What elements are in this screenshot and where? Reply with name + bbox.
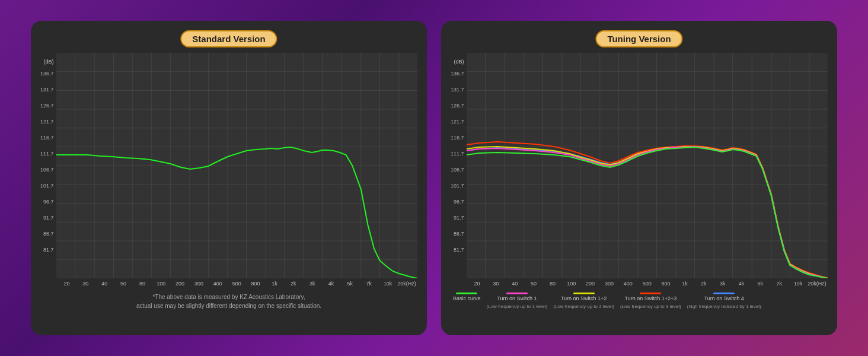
tuning-title-badge: Tuning Version [595,30,682,47]
tuning-y-label: 111.7 [451,146,464,162]
standard-version-card: Standard Version (dB) 136.7131.7126.7121… [31,21,427,335]
legend-switch4-line [713,293,735,294]
legend-switch1-line [506,293,528,294]
tuning-y-label: 116.7 [451,130,464,146]
standard-y-unit: (dB) [44,59,54,65]
standard-y-axis: (dB) 136.7131.7126.7121.7116.7111.7106.7… [40,53,54,287]
tuning-chart-container: 20 30 40 50 80 100 200 300 400 500 800 1… [467,53,828,287]
tuning-y-label: 86.7 [454,226,464,242]
legend-basic-curve: Basic curve [453,293,481,303]
legend-basic-curve-line [456,293,477,294]
standard-y-label: 121.7 [40,114,54,130]
standard-title-badge: Standard Version [180,30,277,47]
tuning-y-label: 126.7 [451,98,464,114]
legend-switch123-line [640,293,661,294]
tuning-chart-svg [467,53,828,278]
standard-y-label: 86.7 [43,226,54,242]
standard-y-label: 91.7 [43,210,54,226]
tuning-y-unit: (dB) [454,59,464,65]
tuning-x-axis: 20 30 40 50 80 100 200 300 400 500 800 1… [467,278,828,287]
standard-chart-svg [56,53,417,278]
standard-y-label: 96.7 [43,194,54,210]
tuning-y-label: 131.7 [451,82,464,98]
standard-y-label: 126.7 [40,98,54,114]
tuning-y-axis: (dB) 136.7131.7126.7121.7116.7111.7106.7… [451,53,464,287]
standard-y-label: 111.7 [40,146,54,162]
tuning-y-label: 81.7 [454,242,464,258]
tuning-y-label: 121.7 [451,114,464,130]
standard-y-label: 136.7 [40,66,54,82]
standard-x-axis: 20 30 40 50 80 100 200 300 400 500 800 1… [56,278,417,287]
tuning-y-label: 106.7 [451,162,464,178]
tuning-legend: Basic curve Turn on Switch 1 (Low freque… [451,293,828,309]
standard-y-label: 116.7 [40,130,54,146]
standard-y-label: 81.7 [43,242,54,258]
legend-switch123: Turn on Switch 1+2+3 (Low frequency up t… [620,293,681,309]
standard-y-label: 101.7 [40,178,54,194]
tuning-y-label: 96.7 [454,194,464,210]
legend-switch12: Turn on Switch 1+2 (Low frequency up to … [553,293,614,309]
standard-footnote: *The above data is measured by KZ Acoust… [40,293,417,310]
standard-chart-container: 20 30 40 50 80 100 200 300 400 500 800 1… [56,53,417,287]
tuning-y-label: 101.7 [451,178,464,194]
tuning-version-card: Tuning Version (dB) 136.7131.7126.7121.7… [441,21,837,335]
legend-switch1: Turn on Switch 1 (Low frequency up to 1 … [487,293,548,309]
tuning-y-label: 136.7 [451,66,464,82]
tuning-y-label: 91.7 [454,210,464,226]
legend-switch12-line [573,293,595,294]
legend-switch4: Turn on Switch 4 (high frequency reduced… [687,293,761,309]
standard-y-label: 106.7 [40,162,54,178]
standard-y-label: 131.7 [40,82,54,98]
